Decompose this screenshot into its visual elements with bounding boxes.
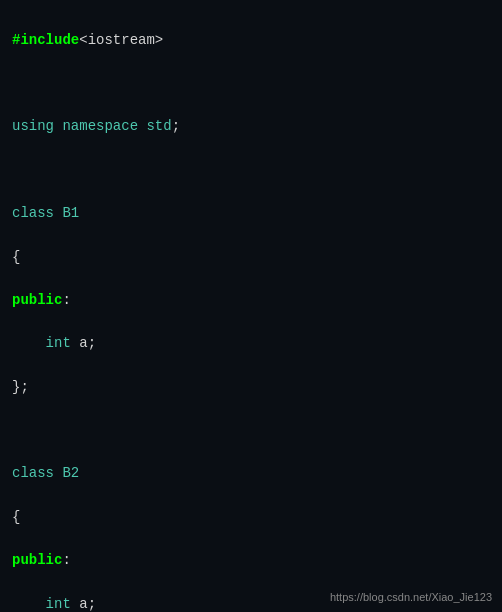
code-block: #include<iostream> using namespace std; … (12, 8, 490, 612)
line-3: using namespace std; (12, 118, 180, 134)
line-1: #include<iostream> (12, 32, 163, 48)
footer-url: https://blog.csdn.net/Xiao_Jie123 (330, 589, 492, 606)
line-14: int a; (12, 596, 96, 612)
line-8: int a; (12, 335, 96, 351)
line-7: public: (12, 292, 71, 308)
line-13: public: (12, 552, 71, 568)
line-9: }; (12, 379, 29, 395)
line-11: class B2 (12, 465, 79, 481)
line-6: { (12, 249, 20, 265)
line-5: class B1 (12, 205, 79, 221)
code-container: #include<iostream> using namespace std; … (0, 0, 502, 612)
line-12: { (12, 509, 20, 525)
